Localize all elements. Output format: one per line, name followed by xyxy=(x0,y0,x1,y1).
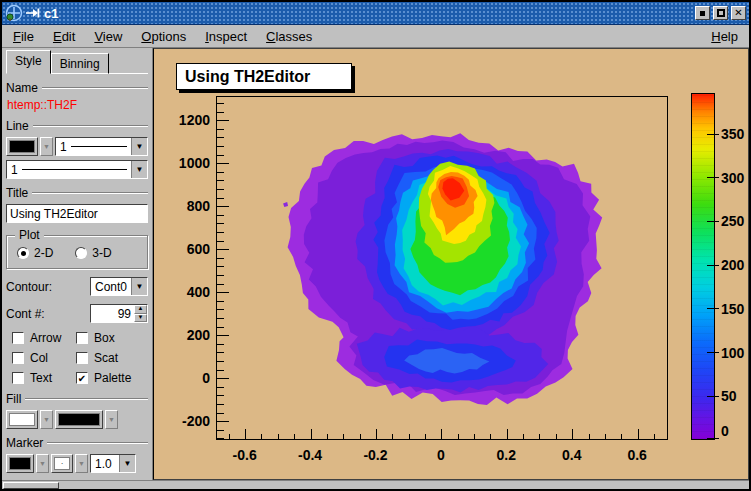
contour-count-spinbox: ▲ ▼ xyxy=(90,304,148,323)
line-width-combo[interactable]: 1 ▼ xyxy=(6,160,148,179)
chevron-down-icon[interactable]: ▼ xyxy=(131,278,147,295)
minimize-button[interactable] xyxy=(695,6,710,20)
empty-checkbox xyxy=(76,352,88,364)
menu-item-help[interactable]: Help xyxy=(706,27,743,46)
axis-tick xyxy=(217,327,224,328)
root-canvas-window: c1 ✕ FileEditViewOptionsInspectClassesHe… xyxy=(0,0,751,491)
axis-tick xyxy=(474,434,475,440)
axis-tick xyxy=(343,434,344,440)
axis-tick xyxy=(217,206,229,207)
checkbox-scat[interactable]: Scat xyxy=(76,351,148,365)
axis-tick xyxy=(327,434,328,440)
axis-tick xyxy=(217,413,224,414)
plot-title-pave[interactable]: Using TH2Editor xyxy=(176,63,352,90)
spin-up-icon[interactable]: ▲ xyxy=(134,305,147,314)
axis-tick xyxy=(441,429,442,440)
menu-item-file[interactable]: File xyxy=(8,27,39,46)
line-color-dropdown-arrow[interactable]: ▼ xyxy=(40,137,53,156)
axis-tick xyxy=(621,434,622,440)
checkbox-arrow[interactable]: Arrow xyxy=(12,331,76,345)
fill-pattern-swatch[interactable] xyxy=(55,410,103,429)
contour-combo[interactable]: Cont0 ▼ xyxy=(90,277,148,296)
axis-tick xyxy=(523,434,524,440)
line-color-swatch[interactable] xyxy=(6,137,38,156)
menu-item-classes[interactable]: Classes xyxy=(261,27,317,46)
axis-tick xyxy=(409,434,410,440)
menu-item-edit[interactable]: Edit xyxy=(48,27,80,46)
axis-tick xyxy=(217,258,224,259)
axis-tick xyxy=(217,335,229,336)
pin-icon xyxy=(26,6,40,20)
x-axis-tick-label: 0.4 xyxy=(562,447,581,463)
axis-tick xyxy=(217,352,224,353)
axis-tick xyxy=(605,434,606,440)
axis-tick xyxy=(556,434,557,440)
marker-shape-dropdown-arrow[interactable]: ▼ xyxy=(75,454,88,473)
checkbox-text[interactable]: Text xyxy=(12,371,76,385)
chevron-down-icon[interactable]: ▼ xyxy=(119,455,135,472)
axis-tick xyxy=(217,309,224,310)
axis-tick xyxy=(217,232,224,233)
axis-tick xyxy=(217,146,224,147)
axis-tick xyxy=(217,292,229,293)
axis-tick xyxy=(425,434,426,440)
palette-tick xyxy=(707,308,719,309)
fill-pattern-dropdown-arrow[interactable]: ▼ xyxy=(105,410,118,429)
plot-frame[interactable] xyxy=(216,96,668,440)
palette-tick xyxy=(707,134,719,135)
menu-item-inspect[interactable]: Inspect xyxy=(200,27,252,46)
axis-tick xyxy=(217,301,224,302)
title-bar[interactable]: c1 ✕ xyxy=(2,2,749,25)
axis-tick xyxy=(217,344,224,345)
close-button[interactable]: ✕ xyxy=(731,6,746,20)
spin-down-icon[interactable]: ▼ xyxy=(134,314,147,323)
menu-item-view[interactable]: View xyxy=(89,27,127,46)
fill-color-swatch[interactable] xyxy=(6,410,38,429)
maximize-button[interactable] xyxy=(713,6,728,20)
marker-color-swatch[interactable] xyxy=(6,454,34,473)
checkbox-col[interactable]: Col xyxy=(12,351,76,365)
x-axis-tick-label: -0.4 xyxy=(298,447,322,463)
plot-groupbox: Plot 2-D 3-D xyxy=(6,235,148,269)
contour-count-input[interactable] xyxy=(91,305,134,322)
menu-item-options[interactable]: Options xyxy=(136,27,191,46)
checkbox-palette[interactable]: ✔Palette xyxy=(76,371,148,385)
axis-tick xyxy=(376,429,377,440)
radio-2d[interactable]: 2-D xyxy=(17,246,53,260)
axis-tick xyxy=(217,404,224,405)
checkbox-box[interactable]: Box xyxy=(76,331,148,345)
fill-color-dropdown-arrow[interactable]: ▼ xyxy=(40,410,53,429)
y-axis-tick-label: 0 xyxy=(154,370,210,386)
axis-tick xyxy=(217,275,224,276)
y-axis-tick-label: 800 xyxy=(154,198,210,214)
axis-tick xyxy=(654,434,655,440)
chevron-down-icon[interactable]: ▼ xyxy=(131,138,147,155)
marker-size-combo[interactable]: 1.0 ▼ xyxy=(90,454,136,473)
tab-style[interactable]: Style xyxy=(6,50,51,74)
axis-tick xyxy=(217,438,224,439)
palette-tick xyxy=(707,396,719,397)
title-input[interactable] xyxy=(6,204,148,223)
marker-shape-swatch[interactable]: · xyxy=(51,454,73,473)
radio-3d[interactable]: 3-D xyxy=(75,246,111,260)
axis-tick xyxy=(217,318,224,319)
y-axis-tick-label: 1000 xyxy=(154,155,210,171)
axis-tick xyxy=(217,378,229,379)
marker-color-dropdown-arrow[interactable]: ▼ xyxy=(36,454,49,473)
scrollbar-thumb[interactable] xyxy=(3,482,59,489)
chevron-down-icon[interactable]: ▼ xyxy=(131,161,147,178)
line-style-combo[interactable]: 1 ▼ xyxy=(55,137,148,156)
tab-binning[interactable]: Binning xyxy=(51,53,109,74)
color-palette-axis[interactable] xyxy=(691,93,715,440)
empty-checkbox xyxy=(12,352,24,364)
axis-tick xyxy=(217,120,229,121)
axis-tick xyxy=(245,429,246,440)
editor-tabs: Style Binning xyxy=(6,50,148,74)
horizontal-scrollbar[interactable] xyxy=(2,480,749,489)
axis-tick xyxy=(392,434,393,440)
axis-tick xyxy=(217,284,224,285)
close-icon: ✕ xyxy=(734,8,742,18)
contour-histogram xyxy=(217,97,668,440)
root-canvas[interactable]: Using TH2Editor -0.6-0.4-0.200.20.40.6-2… xyxy=(153,48,749,480)
axis-tick xyxy=(638,429,639,440)
